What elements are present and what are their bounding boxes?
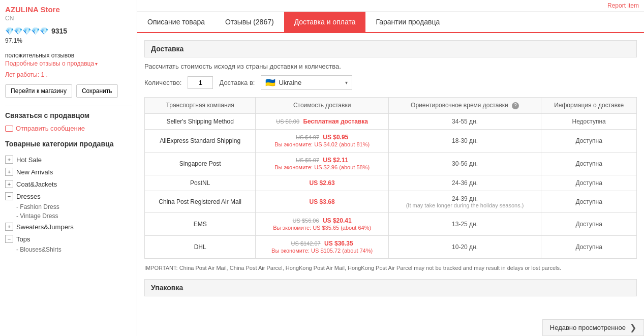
col-time: Ориентировочное время доставки ? bbox=[388, 98, 541, 114]
price-cell: US $142.07 US $36.35 Вы экономите: US $1… bbox=[256, 235, 389, 258]
dest-label: Доставка в: bbox=[219, 79, 255, 86]
visit-store-button[interactable]: Перейти к магазину bbox=[5, 84, 72, 98]
contact-seller-title: Связаться с продавцом bbox=[5, 106, 132, 119]
country-select[interactable]: 🇺🇦 Ukraine ▾ bbox=[261, 75, 352, 90]
price-save: Вы экономите: US $35.65 (about 64%) bbox=[273, 225, 371, 231]
price-cell: US $4.97 US $0.95 Вы экономите: US $4.02… bbox=[256, 129, 389, 152]
price-cell: US $2.63 bbox=[256, 175, 389, 191]
help-icon[interactable]: ? bbox=[512, 102, 519, 109]
price-old: US $5.07 bbox=[296, 157, 319, 163]
packaging-section-header: Упаковка bbox=[144, 279, 637, 296]
price-save: Вы экономите: US $4.02 (about 81%) bbox=[274, 141, 370, 147]
availability-cell: Доступна bbox=[541, 152, 637, 175]
tab-reviews[interactable]: Отзывы (2867) bbox=[215, 12, 284, 32]
cat-label: Sweaters&Jumpers bbox=[16, 223, 74, 231]
table-row: China Post Registered Air Mail US $3.68 … bbox=[145, 191, 637, 212]
method-name: Seller's Shipping Method bbox=[145, 113, 256, 129]
collapse-icon: − bbox=[5, 192, 13, 200]
price-new: US $0.95 bbox=[323, 134, 348, 141]
flag-icon: 🇺🇦 bbox=[265, 78, 275, 87]
sidebar-item-new-arrivals[interactable]: + New Arrivals bbox=[5, 166, 132, 178]
qty-input[interactable] bbox=[188, 76, 213, 89]
availability-cell: Доступна bbox=[541, 129, 637, 152]
store-actions: Перейти к магазину Сохранить bbox=[5, 84, 132, 98]
reviews-link[interactable]: Подробные отзывы о продавца ▾ bbox=[5, 60, 132, 67]
cat-label: Dresses bbox=[16, 193, 41, 200]
tab-bar: Описание товара Отзывы (2867) Доставка и… bbox=[137, 12, 644, 33]
country-name: Ukraine bbox=[279, 79, 342, 86]
tops-submenu: - Blouses&Shirts bbox=[5, 245, 132, 254]
tab-description[interactable]: Описание товара bbox=[137, 12, 215, 32]
price-save: Вы экономите: US $105.72 (about 74%) bbox=[271, 248, 373, 254]
email-icon bbox=[5, 126, 13, 132]
chevron-right-icon: ❯ bbox=[630, 323, 636, 332]
table-row: DHL US $142.07 US $36.35 Вы экономите: U… bbox=[145, 235, 637, 258]
expand-icon: + bbox=[5, 156, 13, 164]
price-new: US $3.68 bbox=[310, 198, 335, 205]
price-free: Бесплатная доставка bbox=[303, 118, 368, 125]
price-new: US $20.41 bbox=[323, 217, 352, 224]
sidebar-item-coat-jackets[interactable]: + Coat&Jackets bbox=[5, 178, 132, 190]
method-name: China Post Registered Air Mail bbox=[145, 191, 256, 212]
chevron-down-icon: ▾ bbox=[95, 61, 98, 67]
send-message-button[interactable]: Отправить сообщение bbox=[5, 125, 132, 132]
table-row: Seller's Shipping Method US $0.00 Беспла… bbox=[145, 113, 637, 129]
rating-row: 💎💎💎💎💎 9315 bbox=[5, 27, 132, 35]
sidebar-item-dresses[interactable]: − Dresses bbox=[5, 190, 132, 202]
tab-delivery[interactable]: Доставка и оплата bbox=[284, 12, 366, 32]
availability-cell: Доступна bbox=[541, 175, 637, 191]
recently-viewed-label: Недавно просмотренное bbox=[550, 324, 626, 331]
expand-icon: + bbox=[5, 180, 13, 188]
category-list: + Hot Sale + New Arrivals + Coat&Jackets… bbox=[5, 154, 132, 254]
table-row: AliExpress Standard Shipping US $4.97 US… bbox=[145, 129, 637, 152]
price-new: US $36.35 bbox=[324, 240, 353, 247]
price-cell: US $3.68 bbox=[256, 191, 389, 212]
important-note: IMPORTANT: China Post Air Mail, China Po… bbox=[144, 264, 637, 272]
recently-viewed-bar[interactable]: Недавно просмотренное ❯ bbox=[542, 319, 644, 336]
store-country: CN bbox=[5, 15, 132, 22]
col-cost: Стоимость доставки bbox=[256, 98, 389, 114]
store-name: AZULINA Store bbox=[5, 5, 132, 14]
calc-description: Рассчитать стоимость исходя из страны до… bbox=[144, 63, 637, 70]
days-cell: 18-30 дн. bbox=[388, 129, 541, 152]
method-name: EMS bbox=[145, 212, 256, 235]
availability-cell: Доступна bbox=[541, 212, 637, 235]
main-content: Report item Описание товара Отзывы (2867… bbox=[137, 0, 644, 336]
expand-icon: + bbox=[5, 168, 13, 176]
price-old: US $142.07 bbox=[291, 240, 321, 247]
report-item-link[interactable]: Report item bbox=[607, 2, 639, 9]
availability-cell: Недоступна bbox=[541, 113, 637, 129]
qty-row: Количество: Доставка в: 🇺🇦 Ukraine ▾ bbox=[144, 75, 637, 90]
rating-score: 9315 bbox=[51, 27, 67, 35]
sidebar-item-sweaters-jumpers[interactable]: + Sweaters&Jumpers bbox=[5, 221, 132, 233]
price-new: US $2.11 bbox=[323, 157, 348, 164]
sidebar: AZULINA Store CN 💎💎💎💎💎 9315 97.1% положи… bbox=[0, 0, 137, 336]
sidebar-item-hot-sale[interactable]: + Hot Sale bbox=[5, 154, 132, 166]
sidebar-item-tops[interactable]: − Tops bbox=[5, 233, 132, 245]
days-cell: 34-55 дн. bbox=[388, 113, 541, 129]
sidebar-item-fashion-dress[interactable]: - Fashion Dress bbox=[16, 202, 132, 211]
chevron-down-icon: ▾ bbox=[345, 80, 348, 85]
price-new: US $2.63 bbox=[310, 179, 335, 187]
price-old: US $56.06 bbox=[293, 218, 319, 224]
price-cell: US $5.07 US $2.11 Вы экономите: US $2.96… bbox=[256, 152, 389, 175]
save-store-button[interactable]: Сохранить bbox=[76, 84, 118, 98]
diamonds-icon: 💎💎💎💎💎 bbox=[5, 27, 48, 35]
price-old: US $4.97 bbox=[296, 134, 319, 140]
method-name: DHL bbox=[145, 235, 256, 258]
price-save: Вы экономите: US $2.96 (about 58%) bbox=[274, 164, 370, 170]
table-row: PostNL US $2.63 24-36 дн. Доступна bbox=[145, 175, 637, 191]
sidebar-item-vintage-dress[interactable]: - Vintage Dress bbox=[16, 211, 132, 221]
sidebar-item-blouses-shirts[interactable]: - Blouses&Shirts bbox=[16, 245, 132, 254]
shipping-table: Транспортная компания Стоимость доставки… bbox=[144, 97, 637, 259]
days-cell: 13-25 дн. bbox=[388, 212, 541, 235]
cat-label: Hot Sale bbox=[16, 156, 42, 164]
delivery-content: Доставка Рассчитать стоимость исходя из … bbox=[137, 33, 644, 336]
tab-guarantees[interactable]: Гарантии продавца bbox=[365, 12, 450, 32]
expand-icon: + bbox=[5, 223, 13, 231]
table-row: EMS US $56.06 US $20.41 Вы экономите: US… bbox=[145, 212, 637, 235]
days-cell: 10-20 дн. bbox=[388, 235, 541, 258]
days-cell: 30-56 дн. bbox=[388, 152, 541, 175]
price-cell: US $56.06 US $20.41 Вы экономите: US $35… bbox=[256, 212, 389, 235]
cat-label: New Arrivals bbox=[16, 168, 53, 176]
